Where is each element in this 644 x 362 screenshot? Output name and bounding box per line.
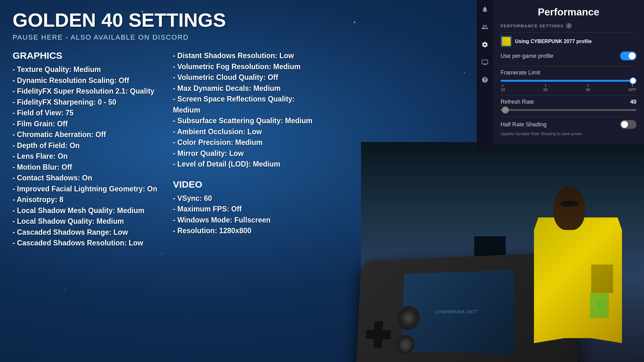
- setting-motion-blur: - Motion Blur: Off: [13, 162, 160, 173]
- info-icon[interactable]: i: [566, 23, 572, 29]
- display-icon[interactable]: [479, 57, 491, 68]
- half-rate-shading-label: Half Rate Shading: [501, 121, 547, 128]
- half-rate-shading-info: Half Rate Shading: [501, 121, 547, 128]
- marker-off: OFF: [628, 84, 636, 92]
- settings-columns: GRAPHICS - Texture Quality: Medium - Dyn…: [13, 50, 321, 249]
- dpad-vertical: [374, 321, 383, 348]
- refresh-rate-value: 40: [630, 99, 636, 105]
- page-subtitle: PAUSE HERE - ALSO AVAILABLE ON DISCORD: [13, 33, 321, 41]
- char-jacket: Z: [534, 217, 622, 343]
- setting-sharpening: - FidelityFX Sharpening: 0 - 50: [13, 97, 160, 108]
- setting-fov: - Field of View: 75: [13, 107, 160, 118]
- setting-dof: - Depth of Field: On: [13, 140, 160, 151]
- setting-mirror: - Mirror Quality: Low: [173, 148, 321, 159]
- settings-col-2: - Distant Shadows Resolution: Low - Volu…: [173, 50, 321, 249]
- marker-40: 40: [586, 84, 590, 92]
- setting-facial: - Improved Facial Lightning Geometry: On: [13, 184, 160, 195]
- setting-resolution: - Resolution: 1280x800: [173, 225, 321, 236]
- page-title: GOLDEN 40 SETTINGS: [13, 9, 321, 31]
- main-content: GOLDEN 40 SETTINGS PAUSE HERE - ALSO AVA…: [0, 0, 644, 362]
- setting-local-shadow-mesh: - Local Shadow Mesh Quality: Medium: [13, 205, 160, 216]
- help-icon[interactable]: [479, 74, 491, 85]
- divider-4: [501, 117, 636, 117]
- jacket-symbol: Z: [590, 293, 609, 318]
- divider-2: [501, 66, 636, 66]
- setting-vol-cloud: - Volumetric Cloud Quality: Off: [173, 72, 321, 83]
- per-game-profile-row: Use per-game profile: [501, 52, 636, 60]
- performance-panel: Performance PERFORMANCE SETTINGS i Using…: [493, 0, 644, 144]
- setting-cascaded-res: - Cascaded Shadows Resolution: Low: [13, 238, 160, 249]
- tick-label-20: 20: [543, 87, 547, 92]
- setting-fsr: - FidelityFX Super Resolution 2.1: Quali…: [13, 86, 160, 97]
- refresh-rate-slider-track[interactable]: [501, 109, 636, 111]
- users-icon[interactable]: [479, 21, 491, 33]
- setting-texture: - Texture Quality: Medium: [13, 64, 160, 75]
- performance-title: Performance: [501, 6, 636, 18]
- framerate-slider-container: 10 20 40 OFF: [501, 80, 636, 92]
- graphics-header: GRAPHICS: [13, 50, 160, 61]
- per-game-profile-label: Use per-game profile: [501, 53, 553, 59]
- refresh-rate-slider-thumb[interactable]: [502, 107, 509, 113]
- framerate-markers: 10 20 40 OFF: [501, 84, 636, 92]
- tick-line-10: [502, 84, 503, 87]
- setting-chromatic: - Chromatic Aberration: Off: [13, 129, 160, 140]
- profile-row: Using CYBERPUNK 2077 profile: [501, 36, 636, 47]
- tick-label-10: 10: [501, 87, 505, 92]
- framerate-slider-fill: [501, 80, 630, 82]
- setting-windows-mode: - Windows Mode: Fullscreen: [173, 215, 321, 226]
- setting-ssr: - Screen Space Reflections Quality: Medi…: [173, 94, 321, 115]
- performance-settings-label: PERFORMANCE SETTINGS i: [501, 23, 636, 29]
- framerate-slider-track[interactable]: [501, 80, 636, 82]
- tick-label-off: OFF: [628, 87, 636, 92]
- char-head: [553, 186, 585, 230]
- profile-avatar: [501, 36, 512, 47]
- left-panel: GOLDEN 40 SETTINGS PAUSE HERE - ALSO AVA…: [0, 0, 333, 362]
- profile-name: Using CYBERPUNK 2077 profile: [515, 39, 592, 44]
- half-rate-shading-toggle[interactable]: [620, 120, 636, 129]
- setting-max-fps: - Maximum FPS: Off: [173, 204, 321, 215]
- per-game-profile-toggle[interactable]: [620, 52, 636, 60]
- marker-20: 20: [543, 84, 547, 92]
- right-joystick[interactable]: [396, 335, 415, 355]
- character-body: Z: [534, 186, 622, 343]
- performance-sidebar: [477, 0, 493, 151]
- jacket-logo: [591, 265, 613, 293]
- setting-vsync: - VSync: 60: [173, 193, 321, 204]
- char-visor: [560, 200, 579, 207]
- setting-subsurface: - Subsurface Scattering Quality: Medium: [173, 115, 321, 126]
- framerate-limit-label: Framerate Limit: [501, 69, 636, 76]
- character-figure: Z: [502, 148, 635, 362]
- divider-3: [501, 95, 636, 96]
- right-panel: CYBERPUNK 2077: [333, 0, 644, 362]
- setting-lens-flare: - Lens Flare: On: [13, 151, 160, 162]
- tick-line-off: [632, 84, 633, 87]
- divider-1: [501, 32, 636, 33]
- dpad[interactable]: [365, 321, 391, 348]
- setting-local-shadow: - Local Shadow Quality: Medium: [13, 216, 160, 227]
- setting-anisotropy: - Anisotropy: 8: [13, 194, 160, 205]
- tick-label-40: 40: [586, 87, 590, 92]
- video-header: VIDEO: [173, 179, 321, 190]
- tick-line-20: [545, 84, 546, 87]
- bell-icon[interactable]: [479, 4, 491, 15]
- setting-ao: - Ambient Occlusion: Low: [173, 126, 321, 137]
- half-rate-shading-row: Half Rate Shading: [501, 120, 636, 129]
- setting-vol-fog: - Volumetric Fog Resolution: Medium: [173, 61, 321, 72]
- framerate-slider-thumb[interactable]: [630, 77, 636, 84]
- setting-color-precision: - Color Precision: Medium: [173, 137, 321, 148]
- refresh-rate-row: Refresh Rate 40: [501, 99, 636, 105]
- refresh-rate-label: Refresh Rate: [501, 99, 534, 105]
- tick-line-40: [588, 84, 588, 87]
- setting-contact-shadows: - Contact Shadows: On: [13, 173, 160, 184]
- half-rate-toggle-knob: [621, 121, 628, 128]
- setting-drs: - Dynamic Resolution Scaling: Off: [13, 75, 160, 86]
- setting-lod: - Level of Detail (LOD): Medium: [173, 159, 321, 170]
- settings-col-1: GRAPHICS - Texture Quality: Medium - Dyn…: [13, 50, 160, 249]
- setting-cascaded-range: - Cascaded Shadows Range: Low: [13, 227, 160, 238]
- marker-10: 10: [501, 84, 505, 92]
- half-rate-shading-description: Applies Variable Rate Shading to save po…: [501, 131, 636, 136]
- toggle-knob: [629, 52, 636, 59]
- setting-film-grain: - Film Grain: Off: [13, 118, 160, 129]
- gear-icon[interactable]: [479, 39, 491, 50]
- setting-distant-shadows: - Distant Shadows Resolution: Low: [173, 50, 321, 61]
